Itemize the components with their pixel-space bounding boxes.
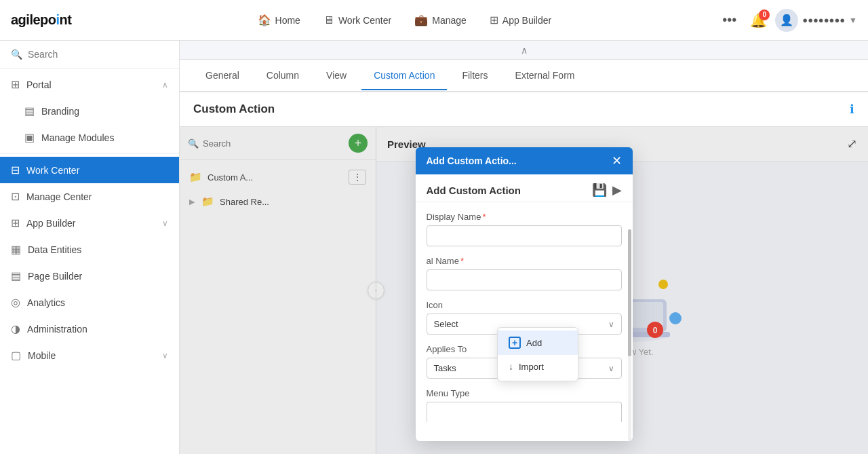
nav-item-work-center[interactable]: 🖥 Work Center	[314, 9, 401, 32]
nav-item-appbuilder-label: App Builder	[502, 15, 551, 26]
menu-type-input[interactable]	[427, 402, 622, 422]
sidebar-item-mobile[interactable]: ▢ Mobile ∨	[0, 342, 179, 368]
context-menu-add[interactable]: + Add	[498, 330, 578, 355]
portal-icon: ⊞	[11, 78, 20, 91]
monitor-icon: 🖥	[323, 14, 334, 26]
avatar: 👤	[775, 9, 798, 32]
more-button[interactable]: •••	[717, 10, 742, 31]
applies-to-value: Tasks	[434, 363, 456, 373]
briefcase-icon: 💼	[414, 14, 428, 26]
tab-column[interactable]: Column	[254, 62, 311, 90]
sidebar-item-administration[interactable]: ◑ Administration	[0, 316, 179, 342]
info-icon[interactable]: ℹ	[850, 102, 854, 117]
tab-external-form[interactable]: External Form	[503, 62, 587, 90]
workcenter-icon: ⊟	[11, 164, 20, 176]
top-nav: agilepoint 🏠 Home 🖥 Work Center 💼 Manage…	[0, 0, 868, 41]
add-box-icon: +	[509, 337, 521, 349]
sidebar-item-label: Manage Modules	[41, 132, 168, 143]
sidebar-item-label: App Builder	[26, 218, 155, 229]
nav-item-app-builder[interactable]: ⊞ App Builder	[480, 8, 561, 32]
sidebar-item-label: Branding	[41, 106, 168, 117]
display-name-label: Display Name*	[427, 212, 622, 222]
sidebar-item-page-builder[interactable]: ▤ Page Builder	[0, 263, 179, 289]
plus-icon: +	[512, 337, 517, 348]
import-icon: ↓	[509, 361, 513, 372]
sidebar-item-work-center[interactable]: ⊟ Work Center	[0, 157, 179, 183]
menu-type-label: Menu Type	[427, 388, 622, 398]
analytics-icon: ◎	[11, 296, 20, 309]
logo-dot: i	[56, 12, 60, 27]
modal-backdrop: Add Custom Actio... ✕ Add Custom Action …	[180, 127, 868, 454]
sidebar-item-portal[interactable]: ⊞ Portal ∧	[0, 71, 179, 98]
sidebar-item-data-entities[interactable]: ▦ Data Entities	[0, 236, 179, 263]
administration-icon: ◑	[11, 322, 20, 335]
modal-title-bar: Add Custom Actio... ✕	[416, 147, 633, 174]
icon-label: Icon	[427, 300, 622, 310]
nav-item-home[interactable]: 🏠 Home	[248, 8, 310, 32]
search-icon: 🔍	[11, 49, 22, 60]
modal-window: Add Custom Actio... ✕ Add Custom Action …	[416, 147, 633, 441]
sidebar-item-label: Work Center	[26, 165, 168, 176]
modal-inner-title: Add Custom Action	[427, 185, 521, 196]
notif-badge: 0	[759, 10, 770, 20]
chevron-down-icon: ∨	[162, 351, 168, 360]
chevron-down-icon: ▼	[849, 16, 857, 25]
context-menu: + Add ↓ Import	[497, 327, 578, 381]
display-name-input[interactable]	[427, 225, 622, 246]
logo[interactable]: agilepoint	[11, 12, 71, 28]
required-mark: *	[482, 212, 486, 222]
sidebar-item-label: Analytics	[27, 297, 168, 308]
modal-body: Display Name* al Name*	[416, 202, 633, 441]
nav-right: ••• 🔔 0 👤 ●●●●●●●● ▼	[717, 9, 857, 32]
sidebar-item-label: Data Entities	[28, 244, 168, 255]
sidebar-section: ⊞ Portal ∧ ▤ Branding ▣ Manage Modules ⊟…	[0, 69, 179, 371]
content-area: ∧ General Column View Custom Action Filt…	[180, 41, 868, 454]
tab-view[interactable]: View	[314, 62, 359, 90]
modal-actions: 💾 ▶	[592, 183, 622, 197]
data-entities-icon: ▦	[11, 243, 21, 256]
main-area: 🔍 ⊞ Portal ∧ ▤ Branding ▣ Manage Modules	[0, 41, 868, 454]
manage-center-icon: ⊡	[11, 190, 20, 203]
sidebar-item-manage-modules[interactable]: ▣ Manage Modules	[0, 124, 179, 151]
sidebar-item-label: Administration	[27, 324, 168, 335]
context-menu-import-label: Import	[519, 362, 544, 372]
sidebar-search: 🔍	[0, 41, 179, 69]
context-menu-add-label: Add	[526, 338, 542, 348]
partial-label: al Name	[427, 256, 459, 266]
sidebar-item-manage-center[interactable]: ⊡ Manage Center	[0, 183, 179, 210]
user-area[interactable]: 👤 ●●●●●●●● ▼	[775, 9, 857, 32]
context-menu-import[interactable]: ↓ Import	[498, 355, 578, 378]
modal-save-button[interactable]: 💾	[592, 183, 607, 197]
tab-filters[interactable]: Filters	[450, 62, 500, 90]
chevron-down-icon: ∨	[608, 364, 614, 373]
sidebar-item-app-builder[interactable]: ⊞ App Builder ∨	[0, 210, 179, 236]
icon-select-value: Select	[434, 319, 458, 329]
appbuilder-icon: ⊞	[11, 216, 20, 229]
chevron-up-icon: ∧	[521, 45, 528, 56]
collapse-bar[interactable]: ∧	[180, 41, 868, 60]
sidebar-item-label: Mobile	[28, 350, 155, 361]
page-title: Custom Action	[193, 102, 275, 116]
sidebar-item-label: Page Builder	[28, 271, 168, 282]
nav-item-home-label: Home	[275, 15, 300, 26]
notifications-button[interactable]: 🔔 0	[750, 12, 767, 29]
modules-icon: ▣	[24, 131, 35, 144]
modal-scrollbar[interactable]	[628, 229, 631, 441]
divider	[0, 153, 179, 154]
modal-close-button[interactable]: ✕	[612, 155, 622, 167]
page-builder-icon: ▤	[11, 269, 21, 282]
internal-name-input[interactable]	[427, 269, 622, 290]
branding-icon: ▤	[24, 105, 35, 117]
tab-custom-action[interactable]: Custom Action	[361, 62, 447, 90]
search-input[interactable]	[28, 49, 168, 60]
sidebar-item-analytics[interactable]: ◎ Analytics	[0, 289, 179, 316]
home-icon: 🏠	[258, 14, 271, 26]
nav-item-manage[interactable]: 💼 Manage	[405, 8, 476, 32]
modal-run-button[interactable]: ▶	[612, 183, 622, 197]
modal-title: Add Custom Actio...	[427, 155, 517, 166]
tab-general[interactable]: General	[193, 62, 252, 90]
sidebar-item-branding[interactable]: ▤ Branding	[0, 98, 179, 124]
modal-inner-header: Add Custom Action 💾 ▶	[416, 174, 633, 202]
chevron-up-icon: ∧	[162, 80, 168, 90]
sidebar-item-label: Portal	[26, 79, 155, 90]
